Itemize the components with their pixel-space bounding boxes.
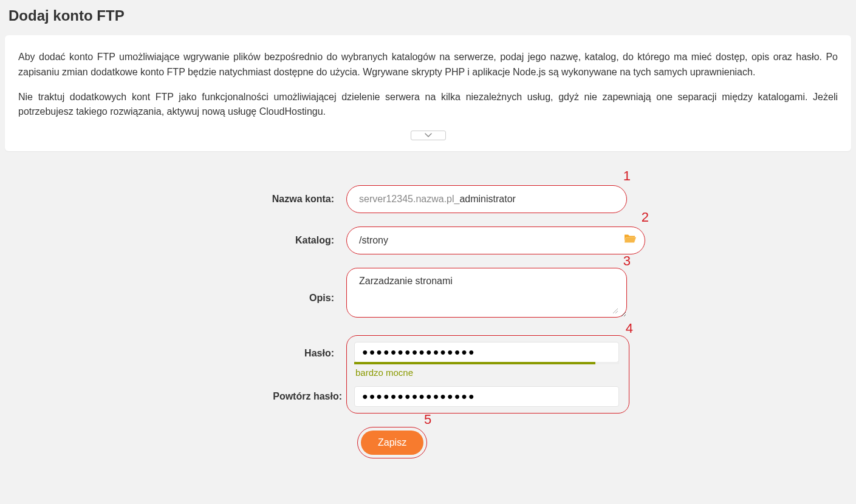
chevron-down-icon <box>425 133 432 138</box>
password-strength-label: bardzo mocne <box>355 366 621 380</box>
account-name-input-wrap[interactable]: server12345.nazwa.pl_ <box>346 185 627 213</box>
password-repeat-input[interactable] <box>354 386 619 407</box>
password-input[interactable] <box>354 342 619 363</box>
password-label: Hasło: <box>0 335 346 361</box>
password-repeat-label: Powtórz hasło: <box>269 389 342 404</box>
info-paragraph-1: Aby dodać konto FTP umożliwiające wgrywa… <box>18 50 838 80</box>
account-name-prefix: server12345.nazwa.pl_ <box>359 192 459 206</box>
step-number-3: 3 <box>623 254 631 268</box>
password-strength-bar <box>354 362 619 364</box>
password-group-row: Hasło: 4 bardzo mocne Powtórz hasło: <box>0 335 856 414</box>
ftp-account-form: Nazwa konta: 1 server12345.nazwa.pl_ Kat… <box>0 151 856 471</box>
description-row: Opis: 3 <box>0 268 856 322</box>
account-name-row: Nazwa konta: 1 server12345.nazwa.pl_ <box>0 185 856 213</box>
password-group: bardzo mocne Powtórz hasło: <box>346 335 629 414</box>
password-strength-fill <box>354 362 595 364</box>
step-number-5: 5 <box>424 413 431 426</box>
description-input[interactable] <box>346 268 627 318</box>
account-name-input[interactable] <box>459 194 581 205</box>
account-name-label: Nazwa konta: <box>0 192 346 206</box>
page-title: Dodaj konto FTP <box>0 0 856 35</box>
submit-wrap: 5 Zapisz <box>357 427 427 458</box>
folder-open-icon[interactable] <box>623 233 637 248</box>
description-label: Opis: <box>0 268 346 305</box>
step-number-2: 2 <box>642 211 649 224</box>
submit-row: 5 Zapisz <box>357 427 856 458</box>
password-repeat-row: Powtórz hasło: <box>354 386 621 407</box>
directory-label: Katalog: <box>0 233 346 248</box>
step-number-1: 1 <box>623 169 631 183</box>
save-button[interactable]: Zapisz <box>361 431 423 455</box>
expand-info-button[interactable] <box>411 131 446 140</box>
directory-row: Katalog: 2 <box>0 226 856 254</box>
password-row <box>354 342 621 363</box>
directory-input[interactable] <box>346 226 645 254</box>
info-paragraph-2: Nie traktuj dodatkowych kont FTP jako fu… <box>18 90 838 120</box>
info-panel: Aby dodać konto FTP umożliwiające wgrywa… <box>5 35 851 151</box>
step-number-4: 4 <box>626 322 633 335</box>
